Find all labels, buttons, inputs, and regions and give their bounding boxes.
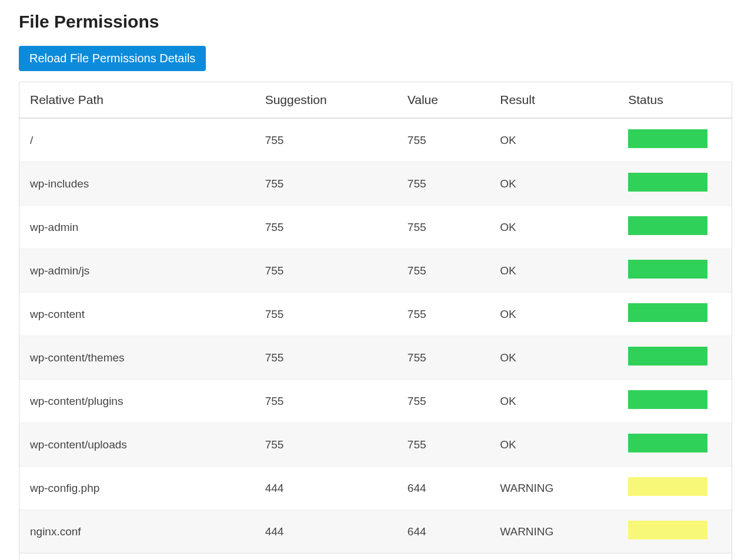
- cell-suggestion: 755: [255, 336, 397, 380]
- footer-value: Value: [397, 554, 489, 561]
- cell-status: [618, 380, 732, 423]
- footer-status: Status: [618, 554, 732, 561]
- footer-suggestion: Suggestion: [255, 554, 397, 561]
- status-badge: [628, 260, 707, 279]
- cell-status: [618, 423, 732, 467]
- table-row: wp-content/uploads755755OK: [19, 423, 732, 467]
- cell-value: 755: [397, 206, 489, 249]
- cell-value: 755: [397, 293, 489, 336]
- table-row: nginx.conf444644WARNING: [19, 510, 732, 554]
- table-row: wp-includes755755OK: [19, 162, 732, 206]
- cell-suggestion: 755: [255, 423, 397, 467]
- permissions-table-container: Relative Path Suggestion Value Result St…: [19, 82, 732, 560]
- cell-result: OK: [489, 423, 618, 467]
- header-result: Result: [489, 82, 618, 118]
- table-row: wp-content/plugins755755OK: [19, 380, 732, 423]
- cell-path: wp-admin: [19, 206, 255, 249]
- cell-status: [618, 336, 732, 380]
- table-row: wp-content/themes755755OK: [19, 336, 732, 380]
- cell-status: [618, 162, 732, 206]
- status-badge: [628, 477, 707, 496]
- cell-path: wp-content: [19, 293, 255, 336]
- cell-suggestion: 755: [255, 380, 397, 423]
- status-badge: [628, 434, 707, 452]
- cell-value: 755: [397, 423, 489, 467]
- table-row: wp-config.php444644WARNING: [19, 467, 732, 510]
- table-header-row: Relative Path Suggestion Value Result St…: [19, 82, 732, 118]
- status-badge: [628, 216, 707, 235]
- cell-value: 755: [397, 249, 489, 293]
- footer-path: Relative Path: [19, 554, 255, 561]
- permissions-table: Relative Path Suggestion Value Result St…: [19, 82, 732, 560]
- cell-value: 755: [397, 336, 489, 380]
- status-badge: [628, 129, 707, 148]
- status-badge: [628, 390, 707, 409]
- cell-path: wp-admin/js: [19, 249, 255, 293]
- table-footer-row: Relative Path Suggestion Value Result St…: [19, 554, 732, 561]
- header-path: Relative Path: [19, 82, 255, 118]
- cell-suggestion: 755: [255, 249, 397, 293]
- cell-path: nginx.conf: [19, 510, 255, 554]
- cell-value: 755: [397, 118, 489, 162]
- cell-suggestion: 755: [255, 118, 397, 162]
- reload-button[interactable]: Reload File Permissions Details: [19, 46, 206, 71]
- cell-suggestion: 755: [255, 206, 397, 249]
- cell-result: OK: [489, 162, 618, 206]
- cell-status: [618, 293, 732, 336]
- cell-result: OK: [489, 249, 618, 293]
- header-value: Value: [397, 82, 489, 118]
- table-row: wp-admin755755OK: [19, 206, 732, 249]
- cell-suggestion: 755: [255, 162, 397, 206]
- cell-value: 755: [397, 380, 489, 423]
- cell-status: [618, 249, 732, 293]
- cell-path: wp-content/plugins: [19, 380, 255, 423]
- cell-status: [618, 206, 732, 249]
- cell-result: WARNING: [489, 510, 618, 554]
- status-badge: [628, 347, 707, 365]
- cell-path: /: [19, 118, 255, 162]
- table-row: wp-admin/js755755OK: [19, 249, 732, 293]
- header-suggestion: Suggestion: [255, 82, 397, 118]
- cell-result: OK: [489, 206, 618, 249]
- page-title: File Permissions: [19, 12, 732, 32]
- cell-status: [618, 510, 732, 554]
- cell-value: 644: [397, 467, 489, 510]
- cell-status: [618, 467, 732, 510]
- status-badge: [628, 303, 707, 322]
- table-row: wp-content755755OK: [19, 293, 732, 336]
- cell-value: 644: [397, 510, 489, 554]
- status-badge: [628, 173, 707, 192]
- cell-suggestion: 755: [255, 293, 397, 336]
- cell-suggestion: 444: [255, 467, 397, 510]
- cell-status: [618, 118, 732, 162]
- cell-path: wp-includes: [19, 162, 255, 206]
- cell-result: OK: [489, 380, 618, 423]
- cell-value: 755: [397, 162, 489, 206]
- footer-result: Result: [489, 554, 618, 561]
- cell-suggestion: 444: [255, 510, 397, 554]
- header-status: Status: [618, 82, 732, 118]
- cell-path: wp-content/themes: [19, 336, 255, 380]
- status-badge: [628, 521, 707, 539]
- cell-result: OK: [489, 293, 618, 336]
- cell-result: WARNING: [489, 467, 618, 510]
- cell-result: OK: [489, 336, 618, 380]
- cell-result: OK: [489, 118, 618, 162]
- cell-path: wp-config.php: [19, 467, 255, 510]
- cell-path: wp-content/uploads: [19, 423, 255, 467]
- table-row: /755755OK: [19, 118, 732, 162]
